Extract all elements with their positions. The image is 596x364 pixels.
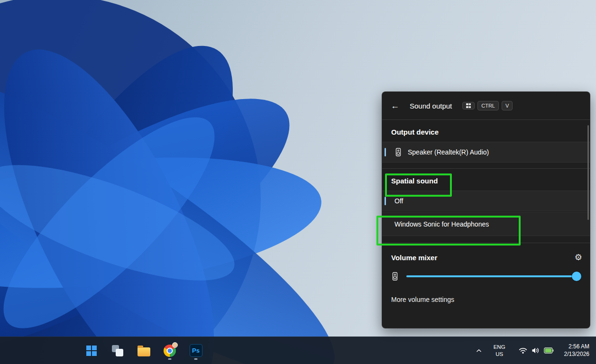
language-indicator[interactable]: ENG US bbox=[491, 342, 508, 359]
volume-mixer-heading: Volume mixer bbox=[391, 254, 437, 262]
shortcut-hint: CTRL V bbox=[462, 101, 513, 110]
output-device-heading: Output device bbox=[382, 120, 590, 142]
output-device-row[interactable]: Speaker (Realtek(R) Audio) bbox=[382, 142, 590, 163]
output-device-label: Speaker (Realtek(R) Audio) bbox=[408, 148, 489, 156]
chrome-profile-avatar bbox=[172, 342, 178, 348]
hidden-icons-chevron-button[interactable] bbox=[473, 346, 485, 356]
photoshop-button[interactable]: Ps bbox=[186, 340, 206, 361]
volume-slider-thumb[interactable] bbox=[572, 272, 581, 281]
taskbar-app-icons: Ps bbox=[82, 337, 206, 364]
start-button[interactable] bbox=[82, 340, 101, 361]
language-line1: ENG bbox=[494, 344, 505, 350]
back-button[interactable]: ← bbox=[391, 101, 403, 111]
volume-slider-fill bbox=[406, 275, 579, 277]
network-volume-battery-button[interactable] bbox=[514, 343, 559, 358]
chevron-up-icon bbox=[476, 348, 482, 353]
volume-settings-gear-icon[interactable]: ⚙ bbox=[575, 253, 582, 262]
spatial-option-windows-sonic[interactable]: Windows Sonic for Headphones bbox=[382, 212, 590, 236]
tray-clock[interactable]: 2:56 AM 2/13/2026 bbox=[564, 343, 593, 358]
photoshop-icon: Ps bbox=[190, 344, 202, 357]
running-indicator bbox=[194, 358, 198, 360]
spatial-option-sonic-label: Windows Sonic for Headphones bbox=[394, 220, 489, 228]
battery-icon bbox=[544, 347, 554, 354]
ctrl-key-badge: CTRL bbox=[477, 101, 499, 110]
running-indicator bbox=[168, 358, 172, 360]
chrome-button[interactable] bbox=[160, 340, 180, 361]
taskbar: Ps ENG US bbox=[0, 337, 596, 364]
spatial-option-off-label: Off bbox=[394, 197, 403, 205]
panel-scrollbar[interactable] bbox=[587, 125, 589, 220]
task-view-icon bbox=[112, 345, 123, 356]
task-view-button[interactable] bbox=[108, 340, 128, 361]
spatial-option-off[interactable]: Off bbox=[382, 191, 590, 211]
windows-logo-icon bbox=[86, 346, 97, 356]
language-line2: US bbox=[495, 351, 503, 357]
flyout-title: Sound output bbox=[410, 102, 452, 110]
volume-speaker-icon[interactable] bbox=[391, 272, 399, 281]
selected-accent-bar bbox=[385, 197, 386, 205]
flyout-header: ← Sound output CTRL V bbox=[382, 92, 590, 119]
spatial-sound-heading: Spatial sound bbox=[382, 169, 590, 191]
sound-output-flyout: ← Sound output CTRL V Output device bbox=[382, 91, 590, 328]
system-tray: ENG US 2:56 AM 2/13/2026 bbox=[473, 337, 593, 364]
folder-icon bbox=[138, 347, 150, 356]
file-explorer-button[interactable] bbox=[134, 340, 154, 361]
wifi-icon bbox=[519, 347, 527, 354]
tray-time: 2:56 AM bbox=[568, 343, 589, 351]
more-volume-settings-link[interactable]: More volume settings bbox=[382, 286, 590, 311]
volume-slider-row bbox=[382, 265, 590, 286]
speaker-volume-icon bbox=[532, 347, 540, 354]
win-key-icon bbox=[462, 102, 475, 109]
tray-date: 2/13/2026 bbox=[564, 351, 589, 358]
v-key-badge: V bbox=[502, 101, 513, 110]
speaker-device-icon bbox=[394, 148, 402, 156]
volume-slider[interactable] bbox=[406, 275, 579, 277]
selected-accent-bar bbox=[385, 148, 386, 156]
